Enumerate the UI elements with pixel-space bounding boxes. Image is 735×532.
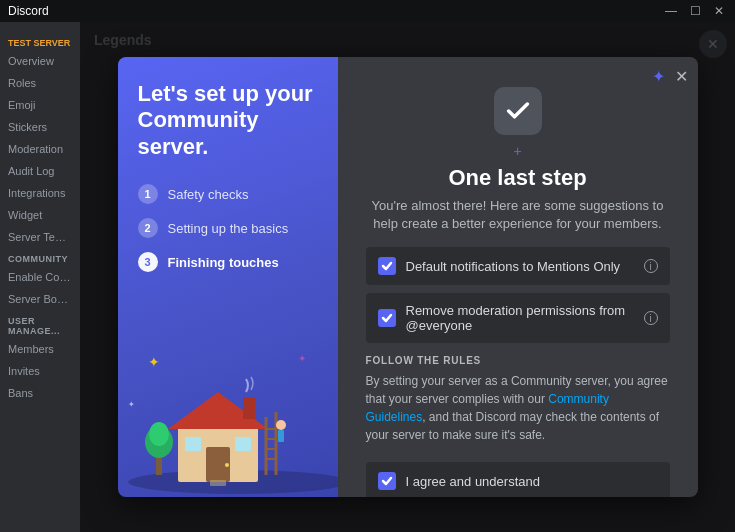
sidebar-item-stickers[interactable]: Stickers [0, 116, 80, 138]
step-item-3: 3 Finishing touches [138, 252, 318, 272]
check-icon-box [494, 87, 542, 135]
community-setup-modal: Let's set up your Community server. 1 Sa… [118, 57, 698, 497]
svg-rect-18 [278, 430, 284, 442]
rules-title: FOLLOW THE RULES [366, 355, 670, 366]
sidebar-item-roles[interactable]: Roles [0, 72, 80, 94]
window-controls: — ☐ ✕ [663, 4, 727, 18]
plus-icon: + [366, 143, 670, 159]
modal-title: One last step [366, 165, 670, 191]
modal-right-panel: ✦ ✕ + One last step You're almo [338, 57, 698, 497]
sidebar-item-members[interactable]: Members [0, 338, 80, 360]
modal-close-button[interactable]: ✕ [675, 67, 688, 86]
svg-rect-5 [185, 437, 201, 451]
sidebar-item-overview[interactable]: Overview [0, 50, 80, 72]
svg-rect-22 [210, 480, 226, 486]
moderation-info-icon[interactable]: i [644, 311, 658, 325]
modal-left-title: Let's set up your Community server. [138, 81, 318, 160]
notifications-info-icon[interactable]: i [644, 259, 658, 273]
svg-text:✦: ✦ [128, 400, 135, 409]
step-label-3: Finishing touches [168, 255, 279, 270]
modal-overlay: Let's set up your Community server. 1 Sa… [80, 22, 735, 532]
sidebar-item-server-template[interactable]: Server Templa... [0, 226, 80, 248]
sidebar-item-bans[interactable]: Bans [0, 382, 80, 404]
title-bar: Discord — ☐ ✕ [0, 0, 735, 22]
checkbox-check-icon [381, 260, 393, 272]
moderation-checkbox[interactable] [378, 309, 396, 327]
close-button[interactable]: ✕ [711, 4, 727, 18]
modal-illustration: ✦ ✦ ✦ [118, 337, 338, 497]
notifications-label: Default notifications to Mentions Only [406, 259, 634, 274]
modal-subtitle: You're almost there! Here are some sugge… [366, 197, 670, 233]
step-number-3: 3 [138, 252, 158, 272]
notifications-checkbox[interactable] [378, 257, 396, 275]
server-name: TEST SERVER [0, 32, 80, 50]
house-svg: ✦ ✦ ✦ [118, 337, 338, 497]
moderation-label: Remove moderation permissions from @ever… [406, 303, 634, 333]
modal-left-panel: Let's set up your Community server. 1 Sa… [118, 57, 338, 497]
sparkle-icon: ✦ [652, 67, 665, 86]
app-body: TEST SERVER Overview Roles Emoji Sticker… [0, 22, 735, 532]
step-number-2: 2 [138, 218, 158, 238]
main-content: Legends ✕ Let's set up your Community se… [80, 22, 735, 532]
moderation-checkbox-item: Remove moderation permissions from @ever… [366, 293, 670, 343]
step-label-2: Setting up the basics [168, 221, 289, 236]
step-number-1: 1 [138, 184, 158, 204]
checkmark-icon [504, 97, 532, 125]
sidebar-item-emoji[interactable]: Emoji [0, 94, 80, 116]
checkbox-check-icon-3 [381, 475, 393, 487]
sidebar-item-audit-log[interactable]: Audit Log [0, 160, 80, 182]
svg-point-10 [149, 422, 169, 446]
svg-point-17 [276, 420, 286, 430]
right-column: Legends ✕ Let's set up your Community se… [80, 22, 735, 532]
step-item-1: 1 Safety checks [138, 184, 318, 204]
step-label-1: Safety checks [168, 187, 249, 202]
maximize-button[interactable]: ☐ [687, 4, 703, 18]
svg-rect-7 [243, 397, 255, 419]
user-management-section-label: USER MANAGE... [0, 310, 80, 338]
agree-checkbox-item: I agree and understand [366, 462, 670, 497]
svg-rect-6 [235, 437, 251, 451]
sidebar: TEST SERVER Overview Roles Emoji Sticker… [0, 22, 80, 532]
rules-section: FOLLOW THE RULES By setting your server … [366, 355, 670, 452]
minimize-button[interactable]: — [663, 4, 679, 18]
notifications-checkbox-item: Default notifications to Mentions Only i [366, 247, 670, 285]
sidebar-item-moderation[interactable]: Moderation [0, 138, 80, 160]
agree-checkbox[interactable] [378, 472, 396, 490]
svg-text:✦: ✦ [148, 354, 160, 370]
sidebar-item-widget[interactable]: Widget [0, 204, 80, 226]
rules-text: By setting your server as a Community se… [366, 372, 670, 444]
step-item-2: 2 Setting up the basics [138, 218, 318, 238]
checkbox-check-icon-2 [381, 312, 393, 324]
sidebar-item-enable-community[interactable]: Enable Commu... [0, 266, 80, 288]
svg-point-4 [225, 463, 229, 467]
svg-text:✦: ✦ [298, 353, 306, 364]
modal-right-content: + One last step You're almost there! Her… [338, 57, 698, 497]
agree-label: I agree and understand [406, 474, 658, 489]
sidebar-item-integrations[interactable]: Integrations [0, 182, 80, 204]
community-section-label: COMMUNITY [0, 248, 80, 266]
sidebar-item-server-boost[interactable]: Server Boost S... [0, 288, 80, 310]
rules-text-part1: By setting your server as a Community se… [366, 374, 668, 406]
modal-top-controls: ✦ ✕ [652, 67, 688, 86]
app-title: Discord [8, 4, 49, 18]
step-list: 1 Safety checks 2 Setting up the basics … [138, 184, 318, 272]
sidebar-item-invites[interactable]: Invites [0, 360, 80, 382]
